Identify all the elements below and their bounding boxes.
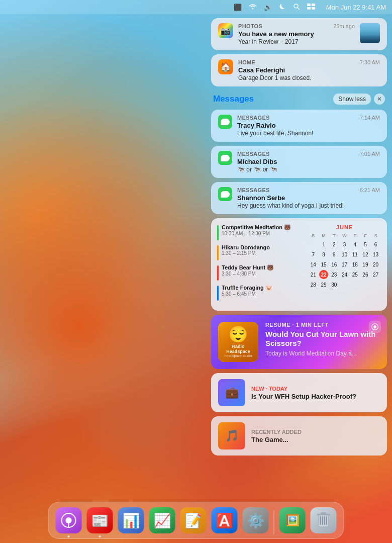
home-notif-body: Garage Door 1 was closed. [238,74,380,81]
message-app-name-1: MESSAGES [237,115,270,121]
message-content-2: MESSAGES 7:01 AM Michael Dibs 🐄 or 🐄 or … [237,151,380,173]
messages-app-icon-2 [218,151,232,165]
preview-dock-icon: 🖼️ [279,507,306,533]
podcast-item-info-1: NEW · TODAY Is Your WFH Setup Hacker-Pro… [251,386,380,400]
cal-event-info-3: Teddy Bear Hunt 🐻 3:30 – 4:30 PM [222,264,302,277]
dock-app-preview[interactable]: 🖼️ [278,506,307,534]
dock-app-news[interactable]: 📰 [86,506,114,534]
message-content-1: MESSAGES 7:14 AM Tracy Raivio Live your … [237,115,380,137]
message-app-name-2: MESSAGES [237,151,270,157]
news-dock-icon: 📰 [87,507,113,533]
keynote-dock-icon: 📊 [118,507,144,533]
cal-event-time-3: 3:30 – 4:30 PM [222,271,302,277]
recently-added-artwork: 🎵 [218,422,245,449]
cal-days-header: S M T W T F S [308,232,381,239]
message-sender-2: Michael Dibs [237,158,380,165]
pages-dock-icon: 📝 [180,507,207,533]
message-notification-2[interactable]: MESSAGES 7:01 AM Michael Dibs 🐄 or 🐄 or … [211,146,387,178]
podcasts-app-badge-icon [369,321,381,333]
cal-month-label: JUNE [308,224,381,230]
photos-app-icon: 📷 [218,23,233,38]
home-notif-content: HOME 7:30 AM Casa Federighi Garage Door … [238,59,380,81]
podcast-list-item-1[interactable]: 💼 NEW · TODAY Is Your WFH Setup Hacker-P… [211,373,387,412]
dock-app-podcasts[interactable] [55,506,83,534]
messages-section-title: Messages [213,94,254,104]
business-casual-artwork: 💼 [218,379,245,406]
control-center-icon[interactable] [307,4,315,11]
message-notification-3[interactable]: MESSAGES 6:21 AM Shannon Serbe Hey guess… [211,182,387,214]
cal-event-info-4: Truffle Foraging 🐷 5:30 – 6:45 PM [222,285,302,297]
moon-icon [279,3,286,12]
podcast-resume-label: RESUME · 1 MIN LEFT [265,322,329,328]
podcast-resume-badge: RESUME · 1 MIN LEFT [265,322,380,328]
photos-notif-title: You have a new memory [238,30,355,38]
svg-line-2 [298,8,300,10]
menubar-time: Mon Jun 22 9:41 AM [326,4,386,11]
dock-app-appstore[interactable]: 🅰️ [211,506,239,534]
home-notification[interactable]: 🏠 HOME 7:30 AM Casa Federighi Garage Doo… [211,54,387,86]
dock-app-sysprefs[interactable]: ⚙️ [242,506,270,534]
dock-app-pages[interactable]: 📝 [179,506,208,534]
search-icon[interactable] [293,3,300,12]
cal-event-time-1: 10:30 AM – 12:30 PM [222,231,302,236]
wifi-icon [249,4,257,11]
dock-app-trash[interactable] [310,506,338,534]
podcasts-dot [68,535,70,537]
svg-rect-16 [324,516,325,525]
podcast-item-info-2: RECENTLY ADDED The Game... [251,429,380,443]
podcast-item-badge-2: RECENTLY ADDED [251,429,380,435]
calendar-grid: JUNE S M T W T F S 1 2 3 4 5 6 7 8 9 [308,224,381,305]
message-time-1: 7:14 AM [360,115,380,121]
message-body-1: Live your best life, Shannon! [237,130,380,137]
cal-event-1: Competitive Meditation 🐻 10:30 AM – 12:3… [217,224,302,240]
sysprefs-dock-icon: ⚙️ [243,507,269,533]
home-notif-time: 7:30 AM [360,59,380,65]
svg-rect-4 [312,4,315,6]
notification-center-panel: 📷 PHOTOS 25m ago You have a new memory Y… [211,18,387,460]
message-sender-1: Tracy Raivio [237,122,380,129]
news-dot [99,535,101,537]
cal-event-dot-2 [217,245,219,260]
messages-section-actions: Show less ✕ [333,94,385,105]
calendar-widget[interactable]: Competitive Meditation 🐻 10:30 AM – 12:3… [211,218,387,311]
cal-event-title-4: Truffle Foraging 🐷 [222,285,302,291]
photos-notification[interactable]: 📷 PHOTOS 25m ago You have a new memory Y… [211,18,387,50]
svg-rect-5 [307,7,311,10]
dock: 📰 📊 📈 📝 🅰️ ⚙️ 🖼️ [48,502,344,539]
svg-rect-19 [321,512,326,514]
home-app-name: HOME [238,59,255,65]
dock-app-keynote[interactable]: 📊 [117,506,145,534]
podcast-list-item-2[interactable]: 🎵 RECENTLY ADDED The Game... [211,416,387,456]
svg-rect-15 [322,516,323,525]
photos-notif-content: PHOTOS 25m ago You have a new memory Yea… [238,23,355,45]
dock-separator [274,510,274,534]
cal-event-time-2: 1:30 – 2:15 PM [222,250,302,256]
message-notification-1[interactable]: MESSAGES 7:14 AM Tracy Raivio Live your … [211,110,387,142]
cal-event-4: Truffle Foraging 🐷 5:30 – 6:45 PM [217,285,302,301]
message-content-3: MESSAGES 6:21 AM Shannon Serbe Hey guess… [237,187,380,209]
svg-point-11 [66,517,72,523]
cal-event-title-3: Teddy Bear Hunt 🐻 [222,264,302,271]
svg-rect-6 [312,7,315,10]
messages-close-button[interactable]: ✕ [374,94,385,105]
message-body-2: 🐄 or 🐄 or 🐄 [237,166,380,173]
cal-event-title-1: Competitive Meditation 🐻 [222,224,302,231]
home-app-icon: 🏠 [218,59,233,74]
calendar-events: Competitive Meditation 🐻 10:30 AM – 12:3… [217,224,302,305]
podcast-item-title-1: Is Your WFH Setup Hacker-Proof? [251,393,380,400]
cal-event-info-1: Competitive Meditation 🐻 10:30 AM – 12:3… [222,224,302,236]
dock-app-numbers[interactable]: 📈 [148,506,176,534]
podcast-item-badge-1: NEW · TODAY [251,386,380,392]
message-time-2: 7:01 AM [360,151,380,157]
svg-rect-14 [320,516,321,525]
home-notif-title: Casa Federighi [238,66,380,74]
menubar-icons: ⬛ 🔊 Mon Jun 22 9:41 AM [234,3,386,12]
menubar: ⬛ 🔊 Mon Jun 22 9:41 AM [0,0,392,14]
podcast-artwork: 😌 RadioHeadspace headspace studio [218,322,258,362]
podcast-artwork-inner: 😌 RadioHeadspace headspace studio [218,322,258,362]
podcasts-dock-icon [56,507,82,533]
podcasts-main-widget[interactable]: 😌 RadioHeadspace headspace studio RESUME… [211,315,387,369]
messages-app-icon-3 [218,187,232,201]
cal-event-2: Hikaru Dorodango 1:30 – 2:15 PM [217,244,302,260]
show-less-button[interactable]: Show less [333,94,371,105]
